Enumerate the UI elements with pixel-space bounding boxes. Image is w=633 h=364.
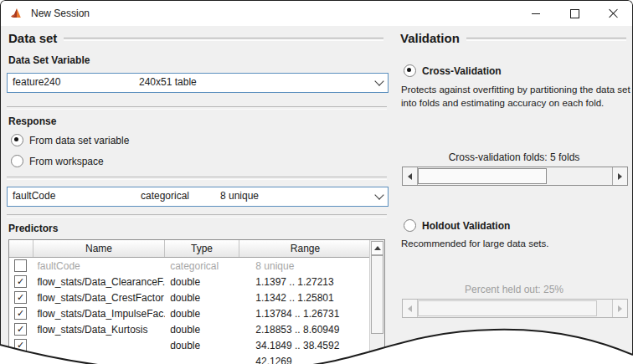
table-row[interactable]: 42.1269 (9, 353, 384, 364)
radio-label: Cross-Validation (422, 65, 502, 77)
folds-slider[interactable] (402, 167, 628, 186)
slider-right-button[interactable] (612, 167, 627, 185)
cell-type: double (165, 308, 242, 320)
arrow-right-icon (618, 173, 622, 180)
validation-section-title: Validation (400, 31, 460, 45)
table-scrollbar[interactable] (369, 240, 384, 364)
row-checkbox[interactable]: ✓ (14, 339, 27, 351)
cell-name: faultCode (32, 260, 165, 272)
window-title: New Session (31, 8, 90, 19)
slider-left-button (403, 300, 418, 317)
radio-label: From workspace (29, 156, 104, 167)
cell-range: 8 unique (242, 260, 384, 272)
slider-right-button (612, 300, 627, 317)
scrollbar-thumb[interactable] (371, 255, 383, 334)
cell-range: 34.1849 .. 38.4592 (242, 340, 384, 351)
cell-name: flow_stats/Data_CrestFactor (32, 292, 165, 304)
row-checkbox[interactable]: ✓ (14, 291, 27, 304)
validation-section-header: Validation (400, 31, 626, 45)
cell-name: flow_stats/Data_ImpulseFac... (32, 308, 165, 320)
chevron-down-icon (374, 190, 383, 199)
validation-section-rule (466, 38, 626, 41)
matlab-icon (10, 7, 23, 20)
dataset-section-title: Data set (8, 31, 57, 45)
cell-type: double (165, 340, 242, 351)
cell-type: double (165, 276, 242, 288)
dataset-section-header: Data set (8, 31, 383, 45)
predictors-label: Predictors (8, 223, 58, 234)
window-controls (517, 1, 632, 26)
dataset-variable-combobox[interactable]: feature240 240x51 table (7, 73, 389, 93)
column-header-name: Name (33, 240, 165, 257)
cell-range: 2.18853 .. 8.60949 (242, 324, 384, 336)
table-header: Name Type Range (9, 240, 384, 258)
close-icon (608, 8, 618, 18)
cell-range: 42.1269 (242, 356, 384, 364)
chevron-down-icon (374, 76, 383, 85)
combobox-info: 240x51 table (139, 76, 197, 88)
cell-range: 1.1397 .. 1.27213 (242, 276, 384, 288)
radio-icon (404, 64, 416, 77)
response-combobox[interactable]: faultCode categorical 8 unique (7, 187, 389, 207)
radio-label: Holdout Validation (422, 220, 510, 232)
holdout-slider (402, 299, 628, 318)
combobox-value: feature240 (13, 76, 60, 88)
scroll-up-button[interactable] (371, 241, 383, 255)
arrow-up-icon (374, 246, 381, 250)
slider-thumb (418, 300, 597, 316)
table-row[interactable]: faultCode categorical 8 unique (9, 258, 384, 274)
row-checkbox[interactable]: ✓ (14, 307, 27, 320)
cell-range: 1.1342 .. 1.25801 (242, 292, 384, 304)
holdout-description: Recommended for large data sets. (401, 237, 632, 250)
separator (7, 177, 387, 180)
dataset-section-rule (64, 38, 383, 41)
radio-holdout-validation[interactable]: Holdout Validation (404, 219, 510, 232)
new-session-dialog: New Session Data set Data Set Variable f… (0, 0, 633, 364)
combobox-type: categorical (141, 190, 189, 202)
dropdown-arrow-button[interactable] (372, 188, 387, 205)
close-button[interactable] (594, 1, 632, 26)
combobox-value: faultCode (13, 190, 55, 202)
cell-name: flow_stats/Data_ClearanceF... (32, 276, 165, 288)
cell-name: flow_stats/Data_Kurtosis (32, 324, 165, 336)
radio-icon (11, 155, 23, 167)
minimize-icon (532, 13, 540, 14)
row-checkbox[interactable] (14, 259, 27, 272)
row-checkbox[interactable]: ✓ (14, 323, 27, 336)
radio-icon (11, 134, 23, 146)
radio-label: From data set variable (29, 135, 129, 146)
table-row[interactable]: ✓ flow_stats/Data_ImpulseFac... double 1… (9, 305, 384, 321)
table-row[interactable]: ✓ flow_stats/Data_CrestFactor double 1.1… (9, 290, 384, 305)
arrow-left-icon (408, 305, 412, 312)
radio-cross-validation[interactable]: Cross-Validation (404, 64, 502, 77)
table-row[interactable]: ✓ flow_stats/Data_ClearanceF... double 1… (9, 274, 384, 290)
cell-type: double (165, 292, 242, 304)
cell-type: categorical (165, 260, 242, 272)
separator (7, 106, 387, 110)
arrow-left-icon (408, 173, 412, 180)
dialog-body: Data set Data Set Variable feature240 24… (0, 26, 633, 364)
slider-left-button[interactable] (403, 167, 418, 185)
table-row[interactable]: ✓ double 34.1849 .. 38.4592 (9, 337, 384, 353)
row-checkbox[interactable]: ✓ (14, 275, 27, 288)
radio-from-dataset-variable[interactable]: From data set variable (11, 134, 129, 146)
cell-range: 1.13784 .. 1.26731 (242, 308, 384, 320)
maximize-icon (570, 9, 579, 18)
cross-validation-folds-label: Cross-validation folds: 5 folds (402, 151, 626, 163)
cell-type: double (165, 324, 242, 336)
separator (7, 214, 387, 218)
dataset-variable-label: Data Set Variable (8, 54, 90, 66)
titlebar: New Session (0, 0, 633, 26)
column-header-checkbox (9, 240, 33, 257)
column-header-range: Range (239, 240, 371, 257)
column-header-type: Type (165, 240, 239, 257)
slider-thumb[interactable] (418, 168, 547, 184)
table-row[interactable]: ✓ flow_stats/Data_Kurtosis double 2.1885… (9, 321, 384, 337)
combobox-info: 8 unique (220, 190, 259, 202)
minimize-button[interactable] (517, 1, 555, 26)
percent-held-out-label: Percent held out: 25% (402, 284, 626, 295)
radio-from-workspace[interactable]: From workspace (11, 155, 104, 167)
predictors-table: Name Type Range faultCode categorical 8 … (8, 239, 385, 364)
dropdown-arrow-button[interactable] (372, 74, 387, 91)
maximize-button[interactable] (555, 1, 594, 26)
